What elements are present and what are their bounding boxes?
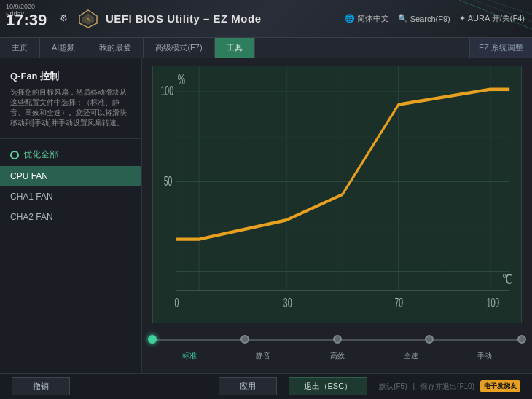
- fan-option-cha2[interactable]: CHA2 FAN: [0, 207, 141, 227]
- search-icon: 🔍: [398, 14, 408, 23]
- bios-title: UEFI BIOS Utility – EZ Mode: [106, 12, 262, 25]
- slider-label-efficient: 高效: [300, 351, 374, 361]
- settings-icon[interactable]: ⚙: [60, 13, 68, 23]
- header-time: 17:39: [6, 11, 47, 30]
- optimize-icon: [10, 151, 19, 159]
- lang-icon: 🌐: [345, 14, 355, 23]
- svg-text:0: 0: [174, 296, 179, 309]
- slider-track: [152, 339, 522, 341]
- slider-dot-standard[interactable]: [148, 335, 157, 344]
- tab-advanced[interactable]: 高级模式(F7): [144, 38, 214, 58]
- svg-text:%: %: [178, 72, 185, 87]
- search-control[interactable]: 🔍 Search(F9): [398, 14, 450, 23]
- svg-line-1: [474, 0, 532, 22]
- slider-dot-silent[interactable]: [240, 335, 249, 344]
- right-panel: % 100 50 0 30 70 100 ℃: [142, 58, 532, 373]
- watermark-badge: 电子发烧友: [480, 380, 520, 392]
- qfan-desc: 选择您的目标风扇，然后移动滑块从这些配置文件中选择：（标准、静音、高效和全速）。…: [0, 86, 141, 134]
- slider-dot-efficient[interactable]: [333, 335, 342, 344]
- tab-tools[interactable]: 工具: [215, 38, 255, 58]
- left-panel: Q-Fan 控制 选择您的目标风扇，然后移动滑块从这些配置文件中选择：（标准、静…: [0, 58, 142, 373]
- bottom-bar: 撤销 应用 退出（ESC） 默认(F5) | 保存并退出(F10) 电子发烧友: [0, 373, 532, 399]
- svg-line-0: [459, 0, 532, 29]
- cancel-button[interactable]: 撤销: [12, 377, 70, 395]
- asus-logo: A: [77, 9, 100, 29]
- ez-system-adjust[interactable]: EZ 系统调整: [469, 38, 532, 58]
- decorative-lines: [445, 0, 532, 38]
- apply-button[interactable]: 应用: [219, 377, 277, 395]
- tab-home[interactable]: 主页: [0, 38, 40, 58]
- divider-1: [0, 138, 141, 139]
- qfan-title: Q-Fan 控制: [0, 66, 141, 86]
- header-datetime-section: 10/9/2020Friday 17:39 ⚙: [7, 14, 77, 24]
- slider-dot-fullspeed[interactable]: [425, 335, 434, 344]
- tab-ai-oc[interactable]: AI超频: [40, 38, 87, 58]
- slider-label-fullspeed: 全速: [374, 351, 447, 361]
- svg-line-2: [488, 0, 532, 15]
- separator: |: [412, 382, 415, 390]
- slider-label-standard: 标准: [152, 351, 226, 361]
- slider-label-silent: 静音: [226, 351, 300, 361]
- slider-label-manual: 手动: [448, 351, 522, 361]
- svg-text:70: 70: [394, 296, 403, 309]
- fan-option-cha1[interactable]: CHA1 FAN: [0, 186, 141, 207]
- svg-text:100: 100: [161, 84, 174, 98]
- optimize-all-option[interactable]: 优化全部: [0, 143, 141, 166]
- slider-labels: 标准 静音 高效 全速 手动: [152, 351, 522, 361]
- slider-dot-manual[interactable]: [517, 335, 526, 344]
- f10-label[interactable]: 保存并退出(F10): [420, 382, 474, 392]
- preset-slider-section: 标准 静音 高效 全速 手动: [152, 323, 522, 366]
- nav-tabs: 主页 AI超频 我的最爱 高级模式(F7) 工具 EZ 系统调整: [0, 38, 532, 58]
- slider-track-container: [152, 332, 522, 347]
- svg-text:A: A: [87, 17, 90, 22]
- svg-rect-6: [153, 66, 521, 323]
- svg-text:50: 50: [164, 174, 173, 188]
- lang-control[interactable]: 🌐 简体中文: [345, 13, 389, 24]
- header-bar: 10/9/2020Friday 17:39 ⚙ A UEFI BIOS Util…: [0, 0, 532, 38]
- f5-label[interactable]: 默认(F5): [379, 382, 407, 392]
- svg-text:30: 30: [283, 296, 292, 309]
- svg-text:100: 100: [487, 296, 500, 309]
- svg-text:℃: ℃: [502, 272, 512, 287]
- fan-chart-svg: % 100 50 0 30 70 100 ℃: [153, 66, 521, 323]
- fan-option-cpu[interactable]: CPU FAN: [0, 166, 141, 186]
- bottom-right-info: 默认(F5) | 保存并退出(F10) 电子发烧友: [379, 380, 520, 392]
- main-content: Q-Fan 控制 选择您的目标风扇，然后移动滑块从这些配置文件中选择：（标准、静…: [0, 58, 532, 373]
- tab-favorites[interactable]: 我的最爱: [87, 38, 144, 58]
- fan-chart: % 100 50 0 30 70 100 ℃: [152, 66, 522, 323]
- exit-button[interactable]: 退出（ESC）: [289, 377, 368, 395]
